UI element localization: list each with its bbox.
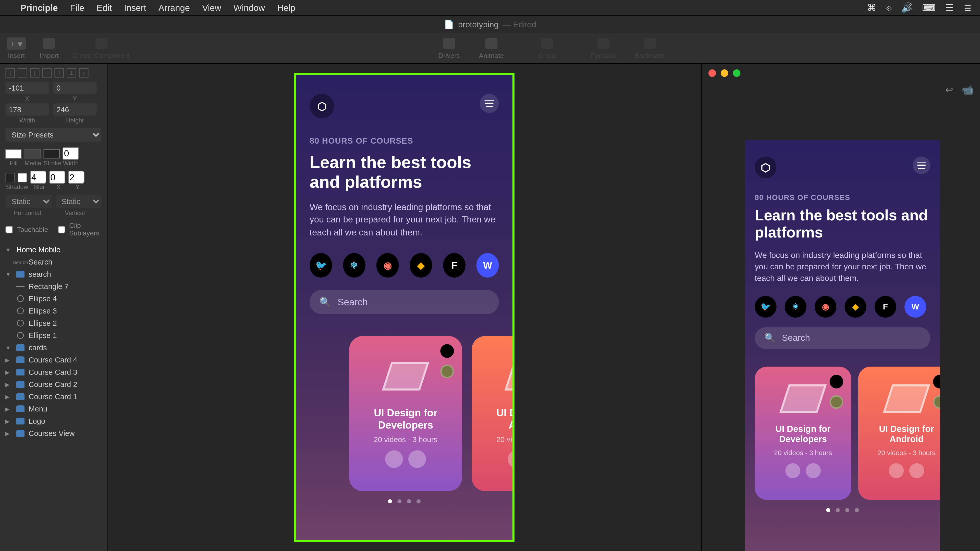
undo-icon[interactable]: ↩ [945,84,953,95]
layer-item[interactable]: Ellipse 2 [5,317,101,329]
layer-item[interactable]: ▶Courses View [5,427,101,440]
stroke-width-label: Width [62,160,79,167]
fill-swatch[interactable] [5,149,22,158]
clip-label: Clip Sublayers [69,222,101,237]
horizontal-select[interactable]: Static [5,195,51,208]
canvas[interactable]: ⬡ 80 HOURS OF COURSES Learn the best too… [107,64,701,551]
react-icon[interactable]: ⚛ [343,253,366,278]
menu-file[interactable]: File [70,2,84,13]
status-icon[interactable]: ⌨ [922,2,935,13]
blur-input[interactable] [30,171,46,184]
insert-button[interactable]: + ▾ Insert [7,37,26,59]
course-card-2[interactable]: UI Design for Android 20 videos - 3 hour… [472,336,514,491]
media-swatch[interactable] [24,149,41,158]
swift-icon[interactable]: 🐦 [310,253,332,278]
layer-item[interactable]: ▶Course Card 3 [5,366,101,378]
stroke-swatch[interactable] [44,149,60,158]
shadow-x-input[interactable] [49,171,65,184]
width-input[interactable] [5,103,49,116]
card-action-icon[interactable] [785,463,800,478]
figma-icon[interactable]: ◉ [376,253,399,278]
layer-item[interactable]: ▼Home Mobile [5,244,101,256]
shadow-color[interactable] [18,172,27,182]
vertical-select[interactable]: Static [56,195,101,208]
align-bar[interactable]: |≡|↔⊤⊥↕ [5,68,101,78]
layer-item[interactable]: ▶Logo [5,415,101,427]
search-field[interactable]: 🔍 Search [755,327,930,349]
course-card-1[interactable]: UI Design for Developers 20 videos - 3 h… [755,367,851,500]
logo[interactable]: ⬡ [755,156,776,178]
toolbar: + ▾ Insert Import Create Component Drive… [0,33,980,64]
webflow-icon[interactable]: W [904,295,926,318]
cards-row[interactable]: UI Design for Developers 20 videos - 3 h… [755,367,930,500]
card-action-icon[interactable] [909,463,924,478]
menu-view[interactable]: View [202,2,221,13]
app-name[interactable]: Principle [21,2,58,13]
status-icon[interactable]: ⟐ [886,2,891,13]
card-action-icon[interactable] [806,463,821,478]
layer-item[interactable]: ▼cards [5,341,101,354]
shadow-toggle[interactable] [5,172,15,182]
cards-row[interactable]: UI Design for Developers 20 videos - 3 h… [310,336,499,491]
page-dots[interactable] [755,508,930,512]
card-action-icon[interactable] [408,450,426,468]
card-action-icon[interactable] [508,450,514,468]
layer-item[interactable]: ▶Menu [5,403,101,415]
webflow-icon[interactable]: W [476,253,499,278]
menu-edit[interactable]: Edit [97,2,112,13]
record-icon[interactable]: 📹 [962,84,973,95]
sketch-icon[interactable]: ◆ [410,253,432,278]
layer-item[interactable]: ▶Course Card 4 [5,354,101,366]
search-icon: 🔍 [319,297,331,308]
layer-item[interactable]: Rectangle 7 [5,280,101,292]
artboard-home-mobile[interactable]: ⬡ 80 HOURS OF COURSES Learn the best too… [294,73,514,542]
framer-icon[interactable]: F [443,253,466,278]
react-icon[interactable]: ⚛ [785,295,807,318]
card-action-icon[interactable] [385,450,403,468]
stroke-width-input[interactable] [62,147,79,160]
x-input[interactable] [5,82,49,94]
drivers-button[interactable]: Drivers [438,37,460,59]
status-volume-icon[interactable]: 🔊 [901,2,913,13]
card-title: UI Design for Android [483,407,514,431]
layer-item[interactable]: Ellipse 4 [5,292,101,305]
layer-item[interactable]: Ellipse 3 [5,305,101,317]
menu-window[interactable]: Window [234,2,265,13]
layer-item[interactable]: ▼search [5,268,101,280]
status-icon[interactable]: ≣ [964,2,972,13]
course-card-1[interactable]: UI Design for Developers 20 videos - 3 h… [349,336,462,491]
logo[interactable]: ⬡ [310,94,334,118]
touchable-label: Touchable [17,225,48,233]
touchable-checkbox[interactable] [5,225,13,233]
preview-artboard[interactable]: ⬡ 80 HOURS OF COURSES Learn the best too… [745,140,940,551]
course-card-2[interactable]: UI Design for Android 20 videos - 3 hour… [858,367,940,500]
hamburger-icon[interactable] [913,156,930,174]
layer-item[interactable]: ▶Course Card 2 [5,378,101,391]
hamburger-icon[interactable] [480,94,499,113]
page-dots[interactable] [310,499,499,503]
shadow-y-input[interactable] [68,171,84,184]
size-presets-select[interactable]: Size Presets [5,128,101,141]
card-action-icon[interactable] [889,463,904,478]
height-input[interactable] [53,103,97,116]
status-icon[interactable]: ⌘ [867,2,877,13]
layer-item[interactable]: SearchSearch [5,256,101,268]
sketch-icon[interactable]: ◆ [845,295,866,318]
y-input[interactable] [53,82,97,94]
menu-insert[interactable]: Insert [124,2,146,13]
swift-icon[interactable]: 🐦 [755,295,776,318]
status-icon[interactable]: ☰ [945,2,954,13]
animate-button[interactable]: Animate [479,37,504,59]
layer-item[interactable]: Ellipse 1 [5,329,101,341]
search-field[interactable]: 🔍 Search [310,290,499,314]
figma-icon[interactable]: ◉ [815,295,836,318]
window-traffic-lights[interactable] [708,69,740,77]
menu-help[interactable]: Help [277,2,295,13]
import-button[interactable]: Import [40,37,59,59]
framer-icon[interactable]: F [875,295,896,318]
clip-checkbox[interactable] [58,225,65,233]
menu-arrange[interactable]: Arrange [159,2,190,13]
media-label: Media [24,160,41,167]
layer-item[interactable]: ▶Course Card 1 [5,391,101,403]
search-placeholder: Search [338,297,368,308]
